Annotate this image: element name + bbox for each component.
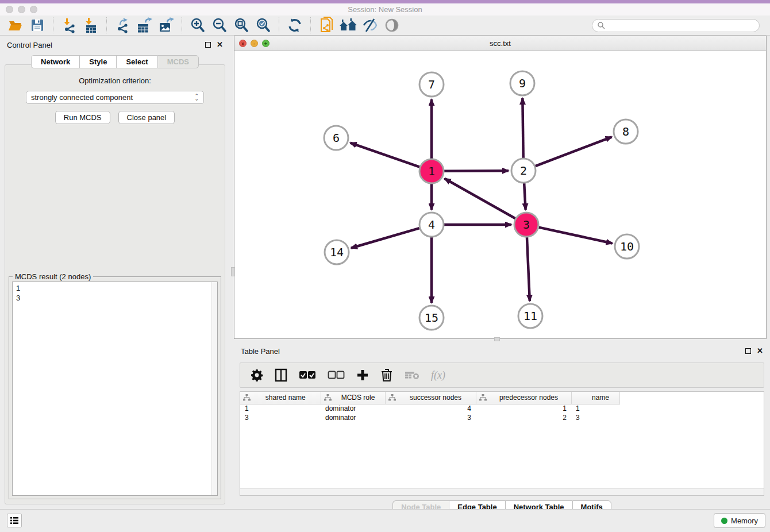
export-network-icon[interactable] — [111, 17, 133, 34]
memory-button[interactable]: Memory — [714, 513, 765, 528]
zoom-in-icon[interactable] — [187, 17, 209, 34]
dropdown-value: strongly connected component — [31, 93, 194, 102]
graph-edge-1-6[interactable] — [351, 143, 420, 167]
result-scrollbar[interactable] — [211, 282, 217, 495]
export-table-icon[interactable] — [133, 17, 155, 34]
refresh-icon[interactable] — [284, 17, 306, 34]
zoom-selected-icon[interactable] — [252, 17, 274, 34]
table-header-row: shared name MCDS role successor nodes pr… — [240, 392, 619, 404]
cell-shared-name[interactable]: 3 — [240, 413, 321, 422]
mcds-result-text[interactable]: 1 3 — [12, 282, 218, 496]
tab-style[interactable]: Style — [79, 55, 116, 68]
graph-edge-2-8[interactable] — [536, 137, 612, 166]
cell-name[interactable]: 1 — [571, 404, 619, 413]
graph-node-label: 3 — [523, 218, 530, 232]
result-line: 1 — [16, 283, 214, 293]
close-panel-icon[interactable]: ✕ — [217, 42, 223, 48]
show-column-icon[interactable] — [275, 368, 287, 382]
column-header-successor-nodes[interactable]: successor nodes — [385, 392, 476, 404]
import-network-icon[interactable] — [58, 17, 80, 34]
result-line: 3 — [16, 293, 214, 303]
graph-edge-4-14[interactable] — [351, 228, 419, 248]
column-header-shared-name[interactable]: shared name — [240, 392, 321, 404]
cell-shared-name[interactable]: 1 — [240, 404, 321, 413]
new-network-from-selection-icon[interactable] — [315, 17, 337, 34]
tab-network[interactable]: Network — [31, 55, 79, 68]
open-session-icon[interactable] — [5, 17, 26, 34]
network-window-titlebar[interactable]: x - + scc.txt — [234, 36, 766, 51]
run-mcds-button[interactable]: Run MCDS — [55, 111, 110, 124]
unselect-all-columns-icon[interactable] — [328, 371, 345, 380]
toolbar-separator — [310, 17, 311, 33]
network-minimize-button[interactable]: - — [251, 40, 258, 47]
graph-node-label: 1 — [428, 164, 435, 178]
select-all-columns-icon[interactable] — [299, 371, 316, 380]
cell-mcds-role[interactable]: dominator — [321, 404, 385, 413]
table-row[interactable]: 3 dominator 3 2 3 — [240, 413, 619, 422]
cell-successor-nodes[interactable]: 4 — [385, 404, 476, 413]
graph-edge-2-9[interactable] — [522, 98, 523, 158]
tab-mcds[interactable]: MCDS — [157, 55, 199, 68]
import-table-icon[interactable] — [80, 17, 102, 34]
splitter-grip-bottom[interactable] — [494, 337, 500, 341]
float-table-panel-icon[interactable] — [745, 348, 751, 354]
network-graph[interactable]: 1234678910111415 — [234, 51, 766, 338]
toolbar-search[interactable] — [592, 19, 760, 32]
graph-node-label: 2 — [520, 164, 527, 178]
graph-edge-3-11[interactable] — [527, 237, 530, 301]
hide-selected-icon[interactable] — [359, 17, 381, 34]
close-table-panel-icon[interactable]: ✕ — [757, 348, 763, 354]
close-panel-button[interactable]: Close panel — [118, 111, 175, 124]
node-table[interactable]: shared name MCDS role successor nodes pr… — [240, 391, 764, 496]
function-builder-icon[interactable]: f(x) — [431, 369, 445, 381]
search-icon — [597, 21, 605, 29]
cell-mcds-role[interactable]: dominator — [321, 413, 385, 422]
table-row[interactable]: 1 dominator 4 1 1 — [240, 404, 619, 413]
network-window-title: scc.txt — [234, 39, 766, 48]
tab-select[interactable]: Select — [116, 55, 157, 68]
zoom-out-icon[interactable] — [209, 17, 230, 34]
cell-predecessor-nodes[interactable]: 2 — [476, 413, 571, 422]
optimization-criterion-label: Optimization criterion: — [5, 76, 225, 85]
add-column-icon[interactable] — [356, 369, 369, 381]
graph-node-label: 9 — [519, 76, 526, 90]
column-header-name[interactable]: name — [571, 392, 619, 404]
zoom-fit-icon[interactable] — [230, 17, 252, 34]
toolbar-separator — [106, 17, 107, 33]
table-panel-title: Table Panel — [241, 347, 280, 356]
graph-edge-3-1[interactable] — [445, 179, 515, 218]
graph-node-label: 6 — [333, 131, 340, 145]
network-close-button[interactable]: x — [239, 40, 247, 47]
search-input[interactable] — [605, 21, 754, 29]
optimization-criterion-dropdown[interactable]: strongly connected component ⌃⌄ — [26, 91, 204, 104]
graph-node-label: 7 — [428, 78, 435, 91]
float-panel-icon[interactable] — [205, 42, 211, 48]
status-bar: Memory — [0, 509, 770, 532]
network-canvas[interactable]: 1234678910111415 — [234, 51, 766, 338]
main-toolbar — [0, 16, 770, 36]
splitter-grip-left[interactable] — [231, 267, 235, 276]
task-history-button[interactable] — [7, 514, 22, 527]
settings-gear-icon[interactable] — [251, 369, 263, 381]
graph-node-label: 14 — [330, 245, 344, 259]
column-header-predecessor-nodes[interactable]: predecessor nodes — [476, 392, 571, 404]
table-horizontal-scrollbar[interactable] — [240, 488, 764, 495]
graph-edge-2-3[interactable] — [524, 183, 525, 210]
control-panel: Control Panel ✕ Network Style Select MCD… — [0, 36, 230, 508]
cell-name[interactable]: 3 — [571, 413, 619, 422]
cell-predecessor-nodes[interactable]: 1 — [476, 404, 571, 413]
show-all-icon[interactable] — [337, 17, 359, 34]
show-grabbers-icon[interactable] — [381, 17, 403, 34]
memory-status-icon — [721, 518, 727, 524]
graph-node-label: 8 — [622, 125, 629, 138]
delete-column-icon[interactable] — [380, 368, 393, 382]
graph-edge-1-2[interactable] — [444, 171, 509, 171]
save-session-icon[interactable] — [26, 17, 48, 34]
graph-edge-3-10[interactable] — [538, 228, 612, 244]
delete-table-icon[interactable] — [405, 370, 419, 380]
network-maximize-button[interactable]: + — [262, 40, 270, 47]
export-image-icon[interactable] — [155, 17, 177, 34]
cell-successor-nodes[interactable]: 3 — [385, 413, 476, 422]
mcds-result-group: MCDS result (2 nodes) 1 3 — [9, 276, 221, 499]
column-header-mcds-role[interactable]: MCDS role — [321, 392, 385, 404]
